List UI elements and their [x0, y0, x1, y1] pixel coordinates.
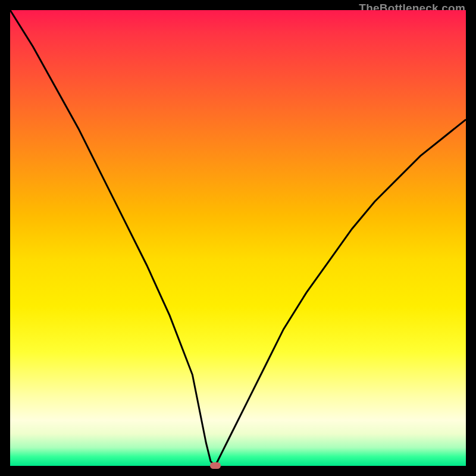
plot-area [10, 10, 466, 466]
minimum-marker [210, 462, 221, 469]
chart-container: TheBottleneck.com [0, 0, 476, 476]
bottleneck-curve [10, 10, 466, 466]
